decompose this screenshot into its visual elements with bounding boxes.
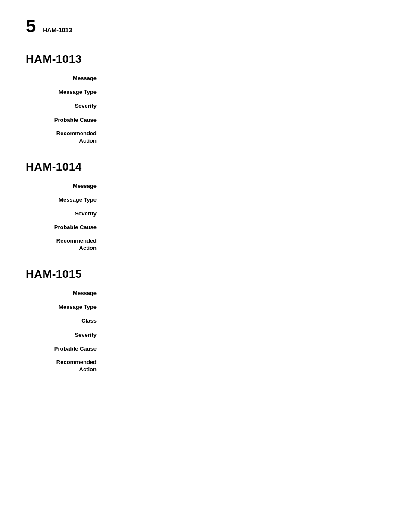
field-label-HAM-1015-0: Message [26, 289, 103, 297]
field-label-HAM-1014-2: Severity [26, 210, 103, 218]
field-row-HAM-1013-4: RecommendedAction [26, 130, 385, 145]
field-label-HAM-1013-4: RecommendedAction [26, 130, 103, 145]
field-row-HAM-1014-3: Probable Cause [26, 224, 385, 231]
field-row-HAM-1015-4: Probable Cause [26, 345, 385, 353]
field-row-HAM-1015-3: Severity [26, 331, 385, 339]
field-row-HAM-1014-4: RecommendedAction [26, 237, 385, 252]
page-header-title: HAM-1013 [43, 27, 72, 34]
field-label-HAM-1015-4: Probable Cause [26, 345, 103, 353]
field-label-HAM-1013-0: Message [26, 75, 103, 82]
field-row-HAM-1014-2: Severity [26, 210, 385, 218]
section-title-HAM-1015: HAM-1015 [26, 268, 385, 281]
field-row-HAM-1015-0: Message [26, 289, 385, 297]
field-row-HAM-1015-2: Class [26, 317, 385, 325]
field-row-HAM-1013-3: Probable Cause [26, 116, 385, 124]
section-title-HAM-1013: HAM-1013 [26, 53, 385, 66]
field-row-HAM-1013-0: Message [26, 75, 385, 82]
field-label-HAM-1013-3: Probable Cause [26, 116, 103, 124]
field-row-HAM-1014-0: Message [26, 182, 385, 190]
section-HAM-1015: HAM-1015MessageMessage TypeClassSeverity… [26, 268, 385, 373]
field-label-HAM-1013-1: Message Type [26, 88, 103, 96]
field-label-HAM-1014-1: Message Type [26, 196, 103, 204]
section-title-HAM-1014: HAM-1014 [26, 160, 385, 174]
field-label-HAM-1014-3: Probable Cause [26, 224, 103, 231]
section-HAM-1014: HAM-1014MessageMessage TypeSeverityProba… [26, 160, 385, 252]
field-row-HAM-1013-2: Severity [26, 102, 385, 110]
field-label-HAM-1015-5: RecommendedAction [26, 359, 103, 373]
field-label-HAM-1015-3: Severity [26, 331, 103, 339]
field-row-HAM-1015-1: Message Type [26, 303, 385, 311]
field-label-HAM-1014-0: Message [26, 182, 103, 190]
page-number: 5 [26, 17, 36, 35]
field-row-HAM-1015-5: RecommendedAction [26, 359, 385, 373]
page-header: 5 HAM-1013 [26, 17, 385, 35]
field-row-HAM-1013-1: Message Type [26, 88, 385, 96]
section-HAM-1013: HAM-1013MessageMessage TypeSeverityProba… [26, 53, 385, 145]
field-label-HAM-1013-2: Severity [26, 102, 103, 110]
field-row-HAM-1014-1: Message Type [26, 196, 385, 204]
field-label-HAM-1014-4: RecommendedAction [26, 237, 103, 252]
field-label-HAM-1015-1: Message Type [26, 303, 103, 311]
field-label-HAM-1015-2: Class [26, 317, 103, 325]
